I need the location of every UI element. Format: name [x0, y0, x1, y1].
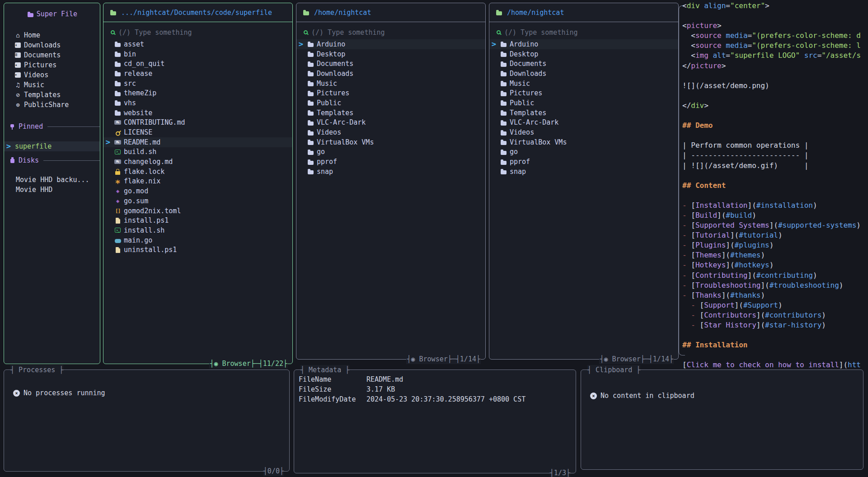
- file-row[interactable]: src: [103, 79, 292, 89]
- file-row[interactable]: flake.lock: [103, 167, 292, 177]
- package-icon: ◈: [114, 197, 122, 205]
- folder-icon: [500, 119, 507, 126]
- sidebar-item-videos[interactable]: ▸Videos: [4, 70, 100, 80]
- selection-cursor: >: [492, 40, 501, 48]
- search-input[interactable]: (/) Type something: [489, 28, 678, 37]
- file-name: main.go: [124, 236, 152, 244]
- file-name: website: [124, 109, 152, 117]
- file-row[interactable]: release: [103, 69, 292, 79]
- file-row[interactable]: asset: [103, 39, 292, 49]
- file-row[interactable]: Downloads: [489, 69, 678, 79]
- file-row[interactable]: Public: [296, 98, 485, 108]
- file-row[interactable]: VLC-Arc-Dark: [296, 118, 485, 128]
- preview-line: <source media="(prefers-color-scheme: l: [682, 41, 868, 51]
- pinned-section-header: Pinned: [4, 122, 100, 131]
- file-row[interactable]: pprof: [489, 157, 678, 167]
- file-row[interactable]: []gomod2nix.toml: [103, 206, 292, 216]
- search-input[interactable]: (/) Type something: [103, 28, 292, 37]
- file-row[interactable]: >Arduino: [296, 39, 485, 49]
- file-name: themeZip: [124, 89, 156, 97]
- folder-icon: [28, 13, 33, 17]
- file-row[interactable]: *flake.nix: [103, 177, 292, 187]
- panel-footer-browser-mode: ┤◉ Browser├─┤1/14├: [599, 354, 674, 364]
- file-row[interactable]: ◈go.sum: [103, 196, 292, 206]
- preview-line: | ![](/asset/demo.gif) |: [682, 161, 868, 171]
- sidebar-item-home[interactable]: ⌂Home: [4, 30, 100, 40]
- file-row[interactable]: uninstall.ps1: [103, 245, 292, 255]
- file-row[interactable]: >_install.sh: [103, 225, 292, 235]
- file-row[interactable]: themeZip: [103, 88, 292, 98]
- sidebar-item-music[interactable]: ♫Music: [4, 80, 100, 90]
- file-icon: [114, 217, 122, 224]
- file-row[interactable]: go: [489, 147, 678, 157]
- file-name: Desktop: [317, 50, 345, 58]
- file-row[interactable]: main.go: [103, 235, 292, 245]
- sidebar-item-documents[interactable]: ≡Documents: [4, 50, 100, 60]
- file-row[interactable]: snap: [489, 167, 678, 177]
- documents-icon: ≡: [14, 51, 22, 59]
- disk-item[interactable]: Movie HHD: [4, 185, 100, 195]
- file-row[interactable]: Desktop: [296, 49, 485, 59]
- search-placeholder: (/) Type something: [311, 28, 385, 37]
- file-row[interactable]: >_build.sh: [103, 147, 292, 157]
- file-row[interactable]: VirtualBox VMs: [489, 137, 678, 147]
- file-row[interactable]: Music: [296, 79, 485, 89]
- file-row[interactable]: bin: [103, 49, 292, 59]
- preview-line: ## Demo: [682, 121, 868, 131]
- file-icon: [114, 246, 122, 253]
- file-row[interactable]: install.ps1: [103, 215, 292, 225]
- sidebar-item-downloads[interactable]: ↓Downloads: [4, 40, 100, 50]
- sidebar-item-pictures[interactable]: ▴Pictures: [4, 60, 100, 70]
- file-row[interactable]: snap: [296, 167, 485, 177]
- file-row[interactable]: M↓CONTRIBUTING.md: [103, 118, 292, 128]
- folder-icon: [500, 89, 507, 97]
- folder-icon: [307, 129, 314, 136]
- superfile-terminal: { "colors": { "background": "#1b1e27", "…: [0, 0, 868, 477]
- file-row[interactable]: Pictures: [296, 88, 485, 98]
- preview-line: </picture>: [682, 61, 868, 71]
- file-row[interactable]: Documents: [296, 59, 485, 69]
- file-row[interactable]: cd_on_quit: [103, 59, 292, 69]
- file-row[interactable]: go: [296, 147, 485, 157]
- folder-icon: [500, 148, 507, 155]
- processes-empty-row: × No processes running: [4, 389, 289, 397]
- folder-icon: [307, 119, 314, 126]
- metadata-panel: ┤ Metadata ├ FileNameREADME.mdFileSize3.…: [294, 369, 576, 473]
- file-row[interactable]: Documents: [489, 59, 678, 69]
- file-row[interactable]: M↓changelog.md: [103, 157, 292, 167]
- search-icon: [304, 30, 308, 34]
- file-row[interactable]: Downloads: [296, 69, 485, 79]
- file-row[interactable]: Desktop: [489, 49, 678, 59]
- file-row[interactable]: Templates: [296, 108, 485, 118]
- file-row[interactable]: VLC-Arc-Dark: [489, 118, 678, 128]
- file-row[interactable]: Pictures: [489, 88, 678, 98]
- search-input[interactable]: (/) Type something: [296, 28, 485, 37]
- file-row[interactable]: Templates: [489, 108, 678, 118]
- file-row[interactable]: website: [103, 108, 292, 118]
- file-row[interactable]: >Arduino: [489, 39, 678, 49]
- file-row[interactable]: vhs: [103, 98, 292, 108]
- folder-icon: [114, 51, 122, 58]
- file-row[interactable]: Music: [489, 79, 678, 89]
- file-row[interactable]: pprof: [296, 157, 485, 167]
- sidebar-item-templates[interactable]: ⊘Templates: [4, 90, 100, 100]
- file-row[interactable]: Videos: [489, 127, 678, 137]
- preview-line: <picture>: [682, 21, 868, 31]
- disk-item[interactable]: Movie HHD backu...: [4, 175, 100, 185]
- metadata-value: README.md: [366, 375, 403, 383]
- file-row[interactable]: ◈go.mod: [103, 186, 292, 196]
- folder-icon: [302, 9, 310, 16]
- sidebar-item-publicshare[interactable]: ⊕PublicShare: [4, 100, 100, 110]
- terminal-icon: >_: [114, 227, 122, 234]
- file-row[interactable]: >M↓README.md: [103, 137, 292, 147]
- file-row[interactable]: Public: [489, 98, 678, 108]
- file-name: snap: [317, 168, 333, 176]
- folder-icon: [500, 70, 507, 77]
- file-row[interactable]: LICENSE: [103, 127, 292, 137]
- file-name: go: [510, 148, 518, 156]
- file-list: >ArduinoDesktopDocumentsDownloadsMusicPi…: [489, 39, 678, 177]
- file-row[interactable]: VirtualBox VMs: [296, 137, 485, 147]
- pinned-item-superfile[interactable]: >superfile: [4, 141, 100, 151]
- file-row[interactable]: Videos: [296, 127, 485, 137]
- file-name: bin: [124, 50, 136, 58]
